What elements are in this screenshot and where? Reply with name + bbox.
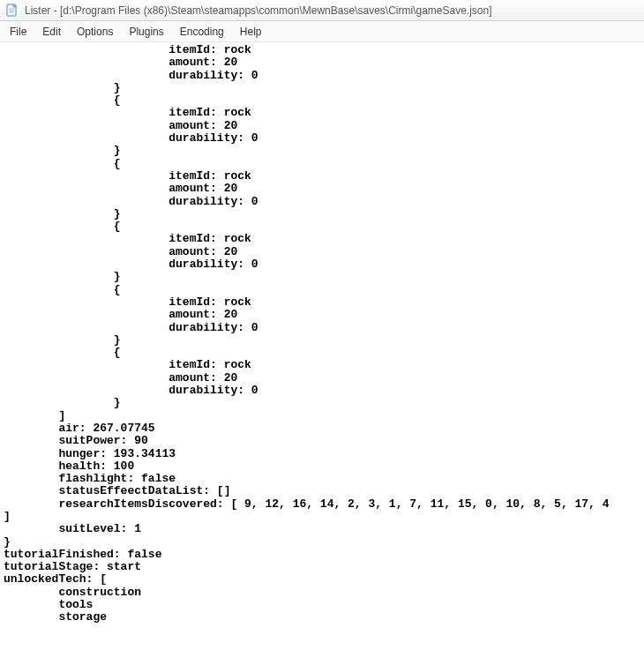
menu-plugins[interactable]: Plugins: [121, 24, 171, 40]
menu-options[interactable]: Options: [69, 24, 121, 40]
menu-help[interactable]: Help: [232, 24, 270, 40]
menu-edit[interactable]: Edit: [34, 24, 69, 40]
file-content[interactable]: itemId: rock amount: 20 durability: 0 } …: [0, 42, 644, 626]
title-bar: Lister - [d:\Program Files (x86)\Steam\s…: [0, 0, 644, 21]
menu-encoding[interactable]: Encoding: [172, 24, 232, 40]
window-title: Lister - [d:\Program Files (x86)\Steam\s…: [25, 4, 492, 17]
menu-file[interactable]: File: [2, 24, 34, 40]
menu-bar: File Edit Options Plugins Encoding Help: [0, 21, 644, 42]
app-icon: [5, 4, 19, 18]
